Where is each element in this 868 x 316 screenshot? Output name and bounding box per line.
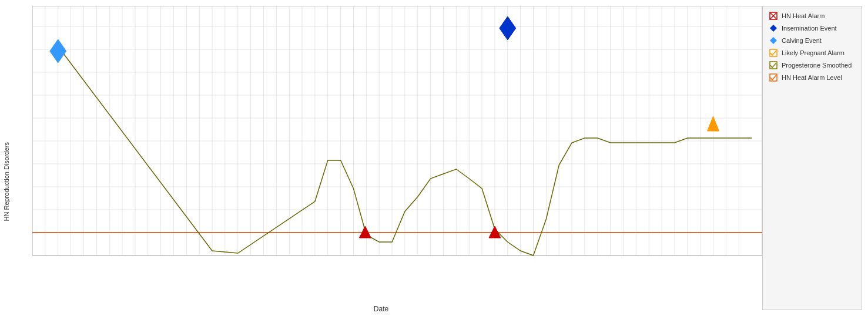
legend-label-insemination: Insemination Event xyxy=(782,25,837,32)
legend-item-hn-heat-alarm-level: HN Heat Alarm Level xyxy=(769,73,856,82)
legend-icon-insemination xyxy=(769,23,778,33)
legend-panel: HN Heat Alarm Insemination Event Calving… xyxy=(762,6,862,310)
legend-label-hn-heat-alarm-level: HN Heat Alarm Level xyxy=(782,74,842,81)
y-axis-label: HN Reproduction Disorders xyxy=(3,142,10,221)
svg-marker-144 xyxy=(770,37,777,44)
legend-item-calving: Calving Event xyxy=(769,36,856,45)
legend-item-likely-pregnant: Likely Pregnant Alarm xyxy=(769,48,856,58)
chart-area: HN Reproduction Disorders 0 5 xyxy=(0,0,762,316)
legend-label-progesterone-smoothed: Progesterone Smoothed xyxy=(782,62,852,69)
legend-item-hn-heat-alarm: HN Heat Alarm xyxy=(769,11,856,21)
grid-area: 0 5 10 15 20 25 30 35 40 45 50 55 xyxy=(32,6,762,281)
hn-heat-alarm-marker-2 xyxy=(489,226,501,238)
legend-item-insemination: Insemination Event xyxy=(769,23,856,33)
legend-icon-calving xyxy=(769,36,778,45)
calving-event-marker xyxy=(50,39,66,63)
legend-icon-hn-heat-alarm-level xyxy=(769,73,778,82)
svg-marker-143 xyxy=(770,25,777,32)
hn-heat-alarm-marker-1 xyxy=(359,226,371,238)
x-axis-label: Date xyxy=(374,305,388,313)
legend-icon-progesterone-smoothed xyxy=(769,60,778,70)
legend-icon-hn-heat-alarm xyxy=(769,11,778,21)
insemination-event-marker xyxy=(500,16,516,40)
chart-svg: 0 5 10 15 20 25 30 35 40 45 50 55 xyxy=(32,6,762,281)
svg-rect-81 xyxy=(32,6,762,256)
legend-label-hn-heat-alarm: HN Heat Alarm xyxy=(782,12,825,19)
legend-icon-likely-pregnant xyxy=(769,48,778,58)
likely-pregnant-alarm-marker xyxy=(708,116,719,131)
legend-label-likely-pregnant: Likely Pregnant Alarm xyxy=(782,49,844,56)
legend-label-calving: Calving Event xyxy=(782,37,822,44)
chart-container: HN Reproduction Disorders 0 5 xyxy=(0,0,868,316)
legend-item-progesterone-smoothed: Progesterone Smoothed xyxy=(769,60,856,70)
